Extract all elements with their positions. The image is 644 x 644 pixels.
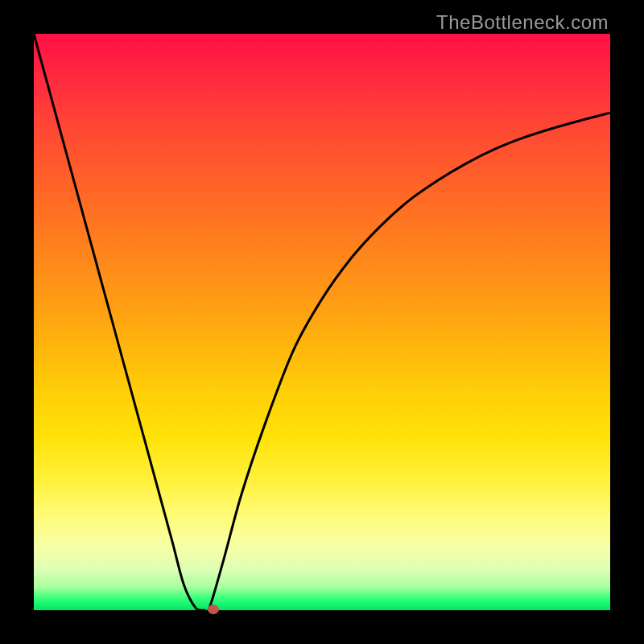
watermark-text: TheBottleneck.com [436,11,609,34]
bottleneck-curve [34,34,610,612]
curve-svg [34,34,610,610]
plot-area [34,34,610,610]
chart-frame: TheBottleneck.com [0,0,644,644]
minimum-marker [208,605,219,614]
